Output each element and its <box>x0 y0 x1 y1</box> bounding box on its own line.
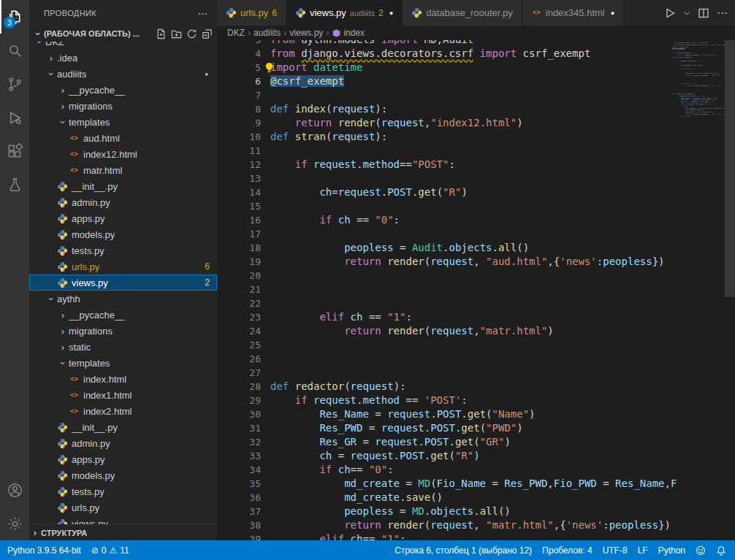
code-line-34[interactable]: 34 if ch== "0": <box>217 463 735 477</box>
code-line-20[interactable]: 20 <box>217 269 735 283</box>
source-control-icon[interactable] <box>0 67 29 101</box>
code-line-19[interactable]: 19 return render(request, "aud.html",{'n… <box>217 255 735 269</box>
language-mode-status[interactable]: Python <box>658 545 685 556</box>
python-interpreter-status[interactable]: Python 3.9.5 64-bit <box>7 545 81 556</box>
tab-database-roouter-py[interactable]: database_roouter.py <box>403 0 522 26</box>
code-line-23[interactable]: 23 elif ch == "1": <box>217 310 735 324</box>
breadcrumb-item[interactable]: index <box>332 28 365 38</box>
tree-item--init-py[interactable]: __init__.py <box>29 178 217 194</box>
tree-item-migrations[interactable]: ›migrations <box>29 98 217 114</box>
tree-item-urls-py[interactable]: urls.py6 <box>29 258 217 275</box>
code-line-35[interactable]: 35 md_create = MD(Fio_Name = Res_PWD,Fio… <box>217 477 735 491</box>
indentation-status[interactable]: Пробелов: 4 <box>542 545 593 556</box>
code-line-25[interactable]: 25 <box>217 338 735 352</box>
code-line-22[interactable]: 22 <box>217 296 735 310</box>
cursor-position-status[interactable]: Строка 6, столбец 1 (выбрано 12) <box>395 545 532 556</box>
code-line-12[interactable]: 12 if request.method=="POST": <box>217 158 735 172</box>
tree-item-aud-html[interactable]: <>aud.html <box>29 130 217 146</box>
tab-index345-html[interactable]: <>index345.html● <box>522 0 624 26</box>
code-line-32[interactable]: 32 Res_GR = request.POST.get("GR") <box>217 435 735 449</box>
code-line-33[interactable]: 33 ch = request.POST.get("R") <box>217 449 735 463</box>
settings-gear-icon[interactable] <box>0 507 29 540</box>
tab-urls-py[interactable]: urls.py6 <box>217 0 286 26</box>
code-line-24[interactable]: 24 return render(request,"matr.html") <box>217 324 735 338</box>
code-line-6[interactable]: 6@csrf_exempt <box>217 74 735 88</box>
tree-item--pycache-[interactable]: ›__pycache__ <box>29 307 217 323</box>
code-line-28[interactable]: 28def redactor(request): <box>217 380 735 394</box>
account-icon[interactable] <box>0 473 29 507</box>
tree-item-apps-py[interactable]: apps.py <box>29 210 217 226</box>
tree-item-tests-py[interactable]: tests.py <box>29 483 217 499</box>
split-editor-button[interactable] <box>698 7 709 19</box>
code-line-3[interactable]: 3from aythh.models import MD,Audit <box>217 40 735 47</box>
tree-item-audiiits[interactable]: ›audiiits● <box>29 66 217 82</box>
tree-item-index12-html[interactable]: <>index12.html <box>29 146 217 162</box>
outline-section-header[interactable]: › СТРУКТУРА <box>29 524 217 540</box>
breadcrumb-item[interactable]: DKZ <box>227 28 245 38</box>
refresh-icon[interactable] <box>186 28 197 39</box>
code-line-27[interactable]: 27 <box>217 366 735 380</box>
tree-item-templates[interactable]: ›templates <box>29 114 217 130</box>
tree-item-index2-html[interactable]: <>index2.html <box>29 403 217 419</box>
tree-item-admin-py[interactable]: admin.py <box>29 435 217 451</box>
tab-views-py[interactable]: views.pyaudiiits2● <box>286 0 403 26</box>
editor-scrollbar[interactable] <box>725 40 735 297</box>
breadcrumb-item[interactable]: audiiits <box>254 28 281 38</box>
code-line-39[interactable]: 39 elif ch== "1": <box>217 532 735 540</box>
breadcrumb-item[interactable]: views.py <box>289 28 323 38</box>
code-line-31[interactable]: 31 Res_PWD = request.POST.get("PWD") <box>217 421 735 435</box>
tree-item-matr-html[interactable]: <>matr.html <box>29 162 217 178</box>
code-line-17[interactable]: 17 <box>217 227 735 241</box>
tree-item-templates[interactable]: ›templates <box>29 355 217 371</box>
eol-status[interactable]: LF <box>638 545 648 556</box>
tree-item-dkz[interactable]: ›DKZ <box>29 42 217 50</box>
code-line-38[interactable]: 38 return render(request, "matr.html",{'… <box>217 518 735 532</box>
tree-item-views-py[interactable]: views.py2 <box>29 275 217 291</box>
workspace-section-header[interactable]: › (РАБОЧАЯ ОБЛАСТЬ) ... <box>29 26 217 42</box>
run-dropdown-icon[interactable] <box>683 9 690 17</box>
code-line-4[interactable]: 4from django.views.decorators.csrf impor… <box>217 47 735 61</box>
code-line-15[interactable]: 15 <box>217 199 735 213</box>
code-line-30[interactable]: 30 Res_Name = request.POST.get("Name") <box>217 407 735 421</box>
run-button[interactable] <box>664 7 676 19</box>
search-icon[interactable] <box>0 34 29 67</box>
notifications-bell-icon[interactable] <box>716 545 726 556</box>
code-line-18[interactable]: 18 peopless = Audit.objects.all() <box>217 241 735 255</box>
code-line-14[interactable]: 14 ch=request.POST.get("R") <box>217 185 735 199</box>
code-editor[interactable]: 3from aythh.models import MD,Audit4from … <box>217 40 735 540</box>
testing-icon[interactable] <box>0 168 29 202</box>
code-line-11[interactable]: 11 <box>217 144 735 158</box>
code-line-16[interactable]: 16 if ch == "0": <box>217 213 735 227</box>
tree-item-urls-py[interactable]: urls.py <box>29 499 217 515</box>
tree-item-views-py[interactable]: views.py <box>29 515 217 524</box>
code-line-26[interactable]: 26 <box>217 352 735 366</box>
code-line-13[interactable]: 13 <box>217 172 735 185</box>
tree-item-index1-html[interactable]: <>index1.html <box>29 387 217 403</box>
dirty-dot-icon[interactable]: ● <box>389 9 393 17</box>
collapse-all-icon[interactable] <box>202 28 213 39</box>
encoding-status[interactable]: UTF-8 <box>603 545 628 556</box>
code-line-21[interactable]: 21 <box>217 283 735 296</box>
new-folder-icon[interactable] <box>171 28 182 39</box>
tree-item-apps-py[interactable]: apps.py <box>29 451 217 467</box>
code-line-7[interactable]: 7 <box>217 88 735 102</box>
tree-item-models-py[interactable]: models.py <box>29 467 217 483</box>
explorer-icon[interactable]: 3 <box>0 0 29 34</box>
sidebar-more-actions-icon[interactable]: ⋯ <box>198 7 208 19</box>
new-file-icon[interactable] <box>156 28 167 39</box>
more-actions-button[interactable]: ⋯ <box>717 7 728 20</box>
code-line-8[interactable]: 8def index(request): <box>217 102 735 116</box>
code-line-5[interactable]: 5import datetime <box>217 61 735 74</box>
tree-item-admin-py[interactable]: admin.py <box>29 194 217 210</box>
tree-item-index-html[interactable]: <>index.html <box>29 371 217 387</box>
code-line-36[interactable]: 36 md_create.save() <box>217 491 735 505</box>
code-line-10[interactable]: 10def stran(request): <box>217 130 735 144</box>
tree-item-tests-py[interactable]: tests.py <box>29 242 217 258</box>
lightbulb-icon[interactable] <box>264 62 275 73</box>
minimap[interactable]: from aythh.models import MD,Auditfrom dj… <box>672 42 725 118</box>
code-line-37[interactable]: 37 peopless = MD.objects.all() <box>217 505 735 518</box>
code-line-29[interactable]: 29 if request.method == 'POST': <box>217 394 735 407</box>
code-line-9[interactable]: 9 return render(request,"index12.html") <box>217 116 735 130</box>
run-debug-icon[interactable] <box>0 101 29 134</box>
tree-item-aythh[interactable]: ›aythh <box>29 291 217 307</box>
